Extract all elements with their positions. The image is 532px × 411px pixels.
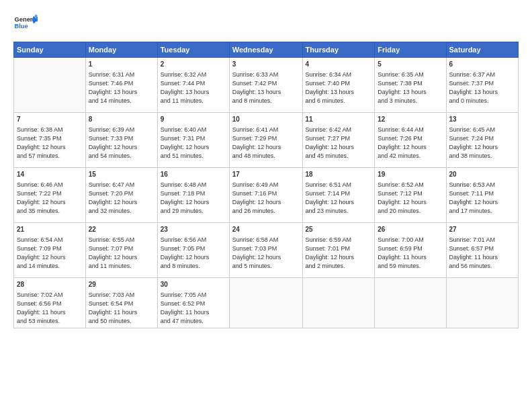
day-number: 15: [89, 170, 154, 179]
day-number: 10: [232, 115, 300, 124]
weekday-header-row: SundayMondayTuesdayWednesdayThursdayFrid…: [14, 42, 519, 58]
day-info: Sunrise: 7:05 AM Sunset: 6:52 PM Dayligh…: [161, 291, 226, 326]
calendar-cell: 27Sunrise: 7:01 AM Sunset: 6:57 PM Dayli…: [446, 223, 518, 278]
day-info: Sunrise: 7:03 AM Sunset: 6:54 PM Dayligh…: [89, 291, 154, 326]
day-number: 14: [17, 170, 83, 179]
day-number: 11: [306, 115, 372, 124]
day-number: 18: [306, 170, 372, 179]
day-info: Sunrise: 6:39 AM Sunset: 7:33 PM Dayligh…: [89, 126, 154, 161]
calendar-cell: 22Sunrise: 6:55 AM Sunset: 7:07 PM Dayli…: [85, 223, 157, 278]
day-info: Sunrise: 6:52 AM Sunset: 7:12 PM Dayligh…: [378, 181, 443, 216]
calendar-cell: 25Sunrise: 6:59 AM Sunset: 7:01 PM Dayli…: [302, 223, 375, 278]
calendar-cell: 29Sunrise: 7:03 AM Sunset: 6:54 PM Dayli…: [85, 278, 157, 328]
day-number: 5: [378, 60, 443, 69]
day-info: Sunrise: 6:32 AM Sunset: 7:44 PM Dayligh…: [161, 71, 226, 105]
day-info: Sunrise: 6:35 AM Sunset: 7:38 PM Dayligh…: [378, 71, 443, 105]
calendar-cell: 19Sunrise: 6:52 AM Sunset: 7:12 PM Dayli…: [375, 168, 446, 223]
calendar-table: SundayMondayTuesdayWednesdayThursdayFrid…: [13, 42, 519, 328]
day-number: 13: [449, 115, 515, 124]
calendar-cell: 18Sunrise: 6:51 AM Sunset: 7:14 PM Dayli…: [302, 168, 375, 223]
calendar-cell: 20Sunrise: 6:53 AM Sunset: 7:11 PM Dayli…: [446, 168, 518, 223]
calendar-cell: [14, 58, 86, 113]
calendar-cell: 28Sunrise: 7:02 AM Sunset: 6:56 PM Dayli…: [14, 278, 86, 328]
day-info: Sunrise: 6:49 AM Sunset: 7:16 PM Dayligh…: [232, 181, 300, 216]
day-info: Sunrise: 6:56 AM Sunset: 7:05 PM Dayligh…: [161, 236, 226, 271]
calendar-cell: [229, 278, 302, 328]
day-number: 27: [449, 225, 515, 234]
day-number: 25: [306, 225, 372, 234]
day-number: 24: [232, 225, 300, 234]
calendar-cell: [375, 278, 446, 328]
calendar-cell: 2Sunrise: 6:32 AM Sunset: 7:44 PM Daylig…: [157, 58, 229, 113]
calendar-cell: 10Sunrise: 6:41 AM Sunset: 7:29 PM Dayli…: [229, 113, 302, 168]
svg-text:Blue: Blue: [14, 23, 28, 30]
calendar-page: General Blue SundayMondayTuesdayWednesda…: [0, 0, 532, 411]
day-number: 4: [306, 60, 372, 69]
day-info: Sunrise: 6:58 AM Sunset: 7:03 PM Dayligh…: [232, 236, 300, 271]
weekday-header-saturday: Saturday: [446, 42, 518, 58]
week-row-2: 7Sunrise: 6:38 AM Sunset: 7:35 PM Daylig…: [14, 113, 519, 168]
day-info: Sunrise: 6:44 AM Sunset: 7:26 PM Dayligh…: [378, 126, 443, 161]
calendar-cell: 17Sunrise: 6:49 AM Sunset: 7:16 PM Dayli…: [229, 168, 302, 223]
week-row-4: 21Sunrise: 6:54 AM Sunset: 7:09 PM Dayli…: [14, 223, 519, 278]
day-number: 8: [89, 115, 154, 124]
day-info: Sunrise: 6:46 AM Sunset: 7:22 PM Dayligh…: [17, 181, 83, 216]
calendar-cell: 7Sunrise: 6:38 AM Sunset: 7:35 PM Daylig…: [14, 113, 86, 168]
calendar-cell: 23Sunrise: 6:56 AM Sunset: 7:05 PM Dayli…: [157, 223, 229, 278]
day-number: 6: [449, 60, 515, 69]
day-info: Sunrise: 6:53 AM Sunset: 7:11 PM Dayligh…: [449, 181, 515, 216]
day-info: Sunrise: 6:31 AM Sunset: 7:46 PM Dayligh…: [89, 71, 154, 105]
calendar-cell: 11Sunrise: 6:42 AM Sunset: 7:27 PM Dayli…: [302, 113, 375, 168]
header: General Blue: [13, 12, 519, 36]
calendar-cell: 16Sunrise: 6:48 AM Sunset: 7:18 PM Dayli…: [157, 168, 229, 223]
day-number: 16: [161, 170, 226, 179]
calendar-cell: 14Sunrise: 6:46 AM Sunset: 7:22 PM Dayli…: [14, 168, 86, 223]
day-number: 1: [89, 60, 154, 69]
day-number: 26: [378, 225, 443, 234]
day-info: Sunrise: 6:42 AM Sunset: 7:27 PM Dayligh…: [306, 126, 372, 161]
calendar-cell: 5Sunrise: 6:35 AM Sunset: 7:38 PM Daylig…: [375, 58, 446, 113]
day-info: Sunrise: 6:33 AM Sunset: 7:42 PM Dayligh…: [232, 71, 300, 105]
day-number: 7: [17, 115, 83, 124]
calendar-cell: 15Sunrise: 6:47 AM Sunset: 7:20 PM Dayli…: [85, 168, 157, 223]
calendar-cell: 12Sunrise: 6:44 AM Sunset: 7:26 PM Dayli…: [375, 113, 446, 168]
day-info: Sunrise: 6:54 AM Sunset: 7:09 PM Dayligh…: [17, 236, 83, 271]
calendar-cell: 9Sunrise: 6:40 AM Sunset: 7:31 PM Daylig…: [157, 113, 229, 168]
day-number: 9: [161, 115, 226, 124]
day-info: Sunrise: 6:45 AM Sunset: 7:24 PM Dayligh…: [449, 126, 515, 161]
calendar-cell: 21Sunrise: 6:54 AM Sunset: 7:09 PM Dayli…: [14, 223, 86, 278]
logo: General Blue: [13, 12, 38, 36]
day-number: 20: [449, 170, 515, 179]
calendar-cell: 26Sunrise: 7:00 AM Sunset: 6:59 PM Dayli…: [375, 223, 446, 278]
calendar-cell: 30Sunrise: 7:05 AM Sunset: 6:52 PM Dayli…: [157, 278, 229, 328]
calendar-cell: [446, 278, 518, 328]
calendar-cell: 24Sunrise: 6:58 AM Sunset: 7:03 PM Dayli…: [229, 223, 302, 278]
day-number: 29: [89, 280, 154, 289]
week-row-1: 1Sunrise: 6:31 AM Sunset: 7:46 PM Daylig…: [14, 58, 519, 113]
day-number: 21: [17, 225, 83, 234]
day-number: 2: [161, 60, 226, 69]
day-info: Sunrise: 6:48 AM Sunset: 7:18 PM Dayligh…: [161, 181, 226, 216]
day-info: Sunrise: 7:02 AM Sunset: 6:56 PM Dayligh…: [17, 291, 83, 326]
day-info: Sunrise: 6:38 AM Sunset: 7:35 PM Dayligh…: [17, 126, 83, 161]
calendar-cell: [302, 278, 375, 328]
day-info: Sunrise: 6:41 AM Sunset: 7:29 PM Dayligh…: [232, 126, 300, 161]
calendar-cell: 8Sunrise: 6:39 AM Sunset: 7:33 PM Daylig…: [85, 113, 157, 168]
day-info: Sunrise: 6:34 AM Sunset: 7:40 PM Dayligh…: [306, 71, 372, 105]
calendar-cell: 3Sunrise: 6:33 AM Sunset: 7:42 PM Daylig…: [229, 58, 302, 113]
day-info: Sunrise: 6:59 AM Sunset: 7:01 PM Dayligh…: [306, 236, 372, 271]
weekday-header-sunday: Sunday: [14, 42, 86, 58]
week-row-5: 28Sunrise: 7:02 AM Sunset: 6:56 PM Dayli…: [14, 278, 519, 328]
day-number: 19: [378, 170, 443, 179]
week-row-3: 14Sunrise: 6:46 AM Sunset: 7:22 PM Dayli…: [14, 168, 519, 223]
weekday-header-monday: Monday: [85, 42, 157, 58]
day-info: Sunrise: 6:47 AM Sunset: 7:20 PM Dayligh…: [89, 181, 154, 216]
weekday-header-thursday: Thursday: [302, 42, 375, 58]
day-info: Sunrise: 7:01 AM Sunset: 6:57 PM Dayligh…: [449, 236, 515, 271]
logo-icon: General Blue: [13, 12, 38, 36]
day-number: 23: [161, 225, 226, 234]
calendar-cell: 6Sunrise: 6:37 AM Sunset: 7:37 PM Daylig…: [446, 58, 518, 113]
day-number: 22: [89, 225, 154, 234]
weekday-header-friday: Friday: [375, 42, 446, 58]
calendar-cell: 4Sunrise: 6:34 AM Sunset: 7:40 PM Daylig…: [302, 58, 375, 113]
